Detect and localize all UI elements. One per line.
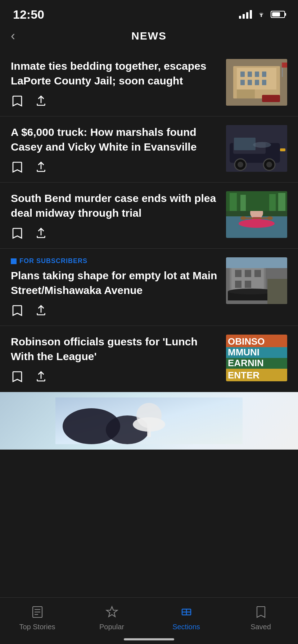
svg-point-20 xyxy=(238,162,243,167)
header: ‹ NEWS xyxy=(0,25,298,50)
back-button[interactable]: ‹ xyxy=(11,28,15,43)
svg-rect-24 xyxy=(280,148,285,151)
news-thumbnail: OBINSO MMUNI EARNIN ENTER xyxy=(226,335,287,381)
bookmark-button[interactable] xyxy=(11,227,24,240)
svg-point-0 xyxy=(261,16,262,17)
ad-banner xyxy=(0,392,298,450)
news-item-content: FOR SUBSCRIBERS Plans taking shape for e… xyxy=(11,257,219,317)
share-button[interactable] xyxy=(35,161,48,174)
svg-point-33 xyxy=(267,216,273,220)
share-button[interactable] xyxy=(35,227,48,240)
news-thumbnail xyxy=(226,191,287,238)
news-thumbnail xyxy=(226,125,287,172)
status-icons xyxy=(239,9,285,19)
svg-rect-38 xyxy=(278,193,285,211)
nav-item-saved[interactable]: Saved xyxy=(224,604,298,631)
news-actions xyxy=(11,370,219,383)
bottom-nav: Top Stories Popular Sections xyxy=(0,597,298,644)
battery-icon xyxy=(271,11,285,18)
home-indicator xyxy=(124,638,174,640)
news-thumbnail xyxy=(226,59,287,106)
svg-rect-65 xyxy=(147,424,151,437)
svg-rect-36 xyxy=(240,195,246,211)
list-item: Inmate ties bedding together, escapes La… xyxy=(0,50,298,116)
svg-rect-5 xyxy=(248,72,252,77)
svg-rect-42 xyxy=(235,270,241,277)
svg-rect-35 xyxy=(230,193,237,211)
share-button[interactable] xyxy=(35,370,48,383)
svg-text:MMUNI: MMUNI xyxy=(228,347,259,358)
news-title[interactable]: Inmate ties bedding together, escapes La… xyxy=(11,59,219,88)
svg-rect-12 xyxy=(237,89,255,98)
svg-rect-14 xyxy=(282,63,287,68)
news-actions xyxy=(11,304,219,317)
bookmark-nav-icon xyxy=(253,604,269,620)
nav-label-popular: Popular xyxy=(99,623,124,631)
signal-icon xyxy=(239,10,252,19)
svg-point-25 xyxy=(253,142,271,148)
news-list: Inmate ties bedding together, escapes La… xyxy=(0,50,298,392)
nav-item-top-stories[interactable]: Top Stories xyxy=(0,604,74,631)
news-actions xyxy=(11,161,219,174)
svg-rect-37 xyxy=(269,194,276,211)
news-actions xyxy=(11,227,219,240)
nav-label-saved: Saved xyxy=(250,623,271,631)
list-item: South Bend murder case ends with plea de… xyxy=(0,183,298,249)
wifi-icon xyxy=(256,9,266,19)
list-item: A $6,000 truck: How marshals found Casey… xyxy=(0,116,298,183)
star-icon xyxy=(104,604,120,620)
bookmark-button[interactable] xyxy=(11,95,24,107)
svg-rect-50 xyxy=(267,279,287,304)
svg-rect-23 xyxy=(234,138,256,150)
svg-rect-3 xyxy=(237,68,276,89)
news-title[interactable]: South Bend murder case ends with plea de… xyxy=(11,191,219,220)
status-bar: 12:50 xyxy=(0,0,298,25)
bookmark-button[interactable] xyxy=(11,161,24,174)
list-item: Robinson officials guests for 'Lunch Wit… xyxy=(0,326,298,392)
svg-rect-44 xyxy=(254,270,261,277)
news-title[interactable]: A $6,000 truck: How marshals found Casey… xyxy=(11,125,219,154)
svg-rect-46 xyxy=(245,281,251,288)
subscriber-text: FOR SUBSCRIBERS xyxy=(19,257,87,265)
svg-rect-43 xyxy=(245,270,251,277)
svg-rect-6 xyxy=(255,72,259,77)
subscriber-square-icon xyxy=(11,258,17,264)
news-item-content: A $6,000 truck: How marshals found Casey… xyxy=(11,125,219,174)
svg-rect-11 xyxy=(262,80,266,85)
document-list-icon xyxy=(30,604,45,620)
svg-rect-15 xyxy=(262,95,280,102)
nav-label-top-stories: Top Stories xyxy=(19,623,55,631)
share-button[interactable] xyxy=(35,304,48,317)
svg-point-32 xyxy=(240,216,246,220)
svg-marker-70 xyxy=(107,607,117,617)
svg-text:EARNIN: EARNIN xyxy=(228,358,264,368)
subscriber-badge: FOR SUBSCRIBERS xyxy=(11,257,219,265)
news-thumbnail xyxy=(226,257,287,304)
svg-text:OBINSO: OBINSO xyxy=(228,336,265,347)
svg-point-22 xyxy=(266,162,272,167)
svg-rect-9 xyxy=(248,80,252,85)
news-item-content: Robinson officials guests for 'Lunch Wit… xyxy=(11,335,219,383)
svg-text:ENTER: ENTER xyxy=(228,370,259,381)
svg-rect-8 xyxy=(240,80,245,85)
bookmark-button[interactable] xyxy=(11,304,24,317)
news-actions xyxy=(11,95,219,107)
news-item-content: South Bend murder case ends with plea de… xyxy=(11,191,219,240)
share-button[interactable] xyxy=(35,95,48,107)
grid-icon xyxy=(179,604,194,620)
status-time: 12:50 xyxy=(13,8,44,22)
nav-item-sections[interactable]: Sections xyxy=(149,604,224,631)
svg-rect-7 xyxy=(262,72,266,77)
nav-label-sections: Sections xyxy=(172,623,200,631)
svg-rect-10 xyxy=(255,80,259,85)
nav-item-popular[interactable]: Popular xyxy=(74,604,149,631)
svg-rect-45 xyxy=(235,281,241,288)
svg-rect-49 xyxy=(226,257,287,268)
svg-rect-4 xyxy=(240,72,245,77)
list-item: FOR SUBSCRIBERS Plans taking shape for e… xyxy=(0,249,298,326)
news-item-content: Inmate ties bedding together, escapes La… xyxy=(11,59,219,107)
bookmark-button[interactable] xyxy=(11,370,24,383)
news-title[interactable]: Robinson officials guests for 'Lunch Wit… xyxy=(11,335,219,364)
news-title[interactable]: Plans taking shape for empty lot at Main… xyxy=(11,268,219,298)
page-title: NEWS xyxy=(131,30,167,42)
